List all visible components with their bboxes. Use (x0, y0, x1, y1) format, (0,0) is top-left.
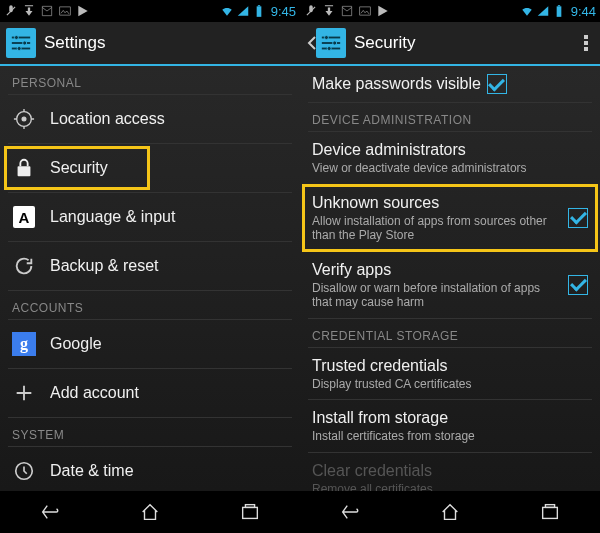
action-bar-title: Settings (44, 33, 105, 53)
item-sublabel: View or deactivate device administrators (312, 161, 588, 175)
mic-mute-icon (304, 4, 318, 18)
svg-point-22 (324, 35, 328, 39)
svg-rect-1 (256, 6, 261, 16)
item-language-input[interactable]: A Language & input (0, 193, 300, 241)
item-location-access[interactable]: Location access (0, 95, 300, 143)
language-icon: A (12, 205, 36, 229)
backup-icon (12, 254, 36, 278)
status-time: 9:44 (571, 4, 596, 19)
action-bar-title: Security (354, 33, 415, 53)
item-device-administrators[interactable]: Device administrators View or deactivate… (300, 132, 600, 184)
item-label: Verify apps (312, 260, 562, 279)
svg-rect-4 (12, 42, 30, 44)
plus-icon (12, 381, 36, 405)
battery-icon (552, 4, 566, 18)
nav-home[interactable] (130, 499, 170, 525)
section-credential-storage: CREDENTIAL STORAGE (300, 319, 600, 347)
svg-rect-17 (556, 6, 561, 16)
nav-recent[interactable] (230, 499, 270, 525)
item-trusted-credentials[interactable]: Trusted credentials Display trusted CA c… (300, 348, 600, 400)
status-time: 9:45 (271, 4, 296, 19)
phone-settings: 9:45 Settings PERSONAL Location access S… (0, 0, 300, 533)
svg-point-10 (22, 117, 26, 121)
play-store-icon (376, 4, 390, 18)
nav-back[interactable] (30, 499, 70, 525)
section-accounts: ACCOUNTS (0, 291, 300, 319)
nav-back[interactable] (330, 499, 370, 525)
item-sublabel: Display trusted CA certificates (312, 377, 588, 391)
item-sublabel: Remove all certificates (312, 482, 588, 491)
gallery-icon (358, 4, 372, 18)
nav-recent[interactable] (530, 499, 570, 525)
item-label: Device administrators (312, 140, 588, 159)
item-label: Clear credentials (312, 461, 588, 480)
gmail-icon (340, 4, 354, 18)
status-bar: 9:45 (0, 0, 300, 22)
item-label: Install from storage (312, 408, 588, 427)
checkbox[interactable] (487, 74, 507, 94)
svg-rect-25 (543, 507, 558, 518)
status-bar: 9:44 (300, 0, 600, 22)
item-label: Language & input (50, 207, 175, 226)
svg-rect-14 (243, 507, 258, 518)
action-bar: Security (300, 22, 600, 66)
wifi-icon (520, 4, 534, 18)
checkbox[interactable] (568, 275, 588, 295)
nav-home[interactable] (430, 499, 470, 525)
item-label: Add account (50, 383, 139, 402)
item-add-account[interactable]: Add account (0, 369, 300, 417)
item-date-time[interactable]: Date & time (0, 447, 300, 491)
lock-icon (12, 156, 36, 180)
svg-rect-15 (245, 505, 254, 508)
item-backup-reset[interactable]: Backup & reset (0, 242, 300, 290)
play-store-icon (76, 4, 90, 18)
mic-mute-icon (4, 4, 18, 18)
svg-point-23 (333, 41, 337, 45)
section-device-admin: DEVICE ADMINISTRATION (300, 103, 600, 131)
gmail-icon (40, 4, 54, 18)
item-security[interactable]: Security (0, 144, 300, 192)
svg-point-8 (17, 46, 21, 50)
phone-security: 9:44 Security Make passwords visible DEV… (300, 0, 600, 533)
svg-point-6 (14, 35, 18, 39)
svg-rect-18 (558, 5, 560, 6)
section-personal: PERSONAL (0, 66, 300, 94)
svg-rect-11 (18, 166, 31, 176)
item-label: Security (50, 158, 108, 177)
item-verify-apps[interactable]: Verify apps Disallow or warn before inst… (300, 252, 600, 318)
svg-point-24 (327, 46, 331, 50)
svg-rect-2 (258, 5, 260, 6)
download-icon (322, 4, 336, 18)
item-label: Backup & reset (50, 256, 159, 275)
signal-icon (236, 4, 250, 18)
svg-point-7 (23, 41, 27, 45)
action-bar: Settings (0, 22, 300, 66)
item-sublabel: Allow installation of apps from sources … (312, 214, 562, 243)
security-list[interactable]: Make passwords visible DEVICE ADMINISTRA… (300, 66, 600, 491)
item-label: Google (50, 334, 102, 353)
google-icon: g (12, 332, 36, 356)
item-google[interactable]: g Google (0, 320, 300, 368)
checkbox[interactable] (568, 208, 588, 228)
battery-icon (252, 4, 266, 18)
signal-icon (536, 4, 550, 18)
item-label: Trusted credentials (312, 356, 588, 375)
nav-bar (300, 491, 600, 533)
svg-rect-26 (545, 505, 554, 508)
item-unknown-sources[interactable]: Unknown sources Allow installation of ap… (300, 185, 600, 251)
item-make-passwords-visible[interactable]: Make passwords visible (300, 66, 600, 102)
settings-list[interactable]: PERSONAL Location access Security A Lang… (0, 66, 300, 491)
settings-icon[interactable] (316, 28, 346, 58)
clock-icon (12, 459, 36, 483)
nav-bar (0, 491, 300, 533)
overflow-menu-icon[interactable] (578, 35, 594, 51)
gallery-icon (58, 4, 72, 18)
item-install-from-storage[interactable]: Install from storage Install certificate… (300, 400, 600, 452)
item-clear-credentials: Clear credentials Remove all certificate… (300, 453, 600, 491)
item-sublabel: Install certificates from storage (312, 429, 588, 443)
item-label: Date & time (50, 461, 134, 480)
item-label: Unknown sources (312, 193, 562, 212)
location-icon (12, 107, 36, 131)
item-label: Location access (50, 109, 165, 128)
section-system: SYSTEM (0, 418, 300, 446)
